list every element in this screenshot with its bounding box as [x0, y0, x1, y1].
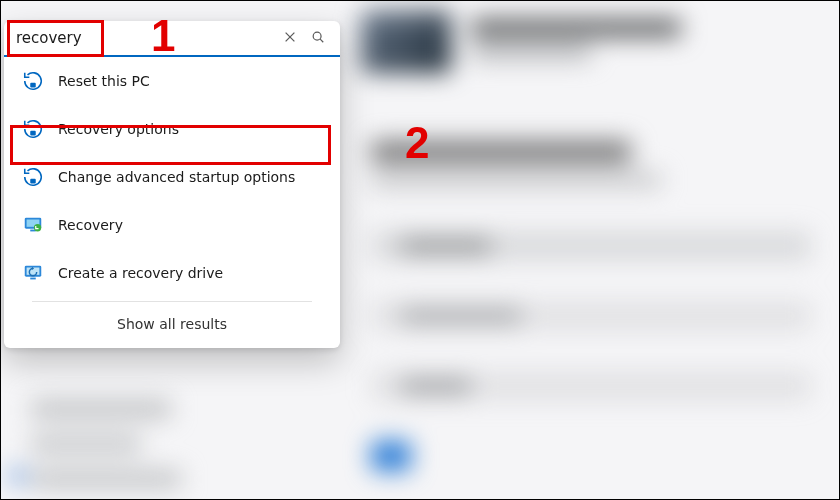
monitor-icon [22, 262, 44, 284]
search-results-flyout: Reset this PC Recovery options Change ad… [4, 21, 340, 348]
svg-rect-6 [30, 179, 36, 184]
monitor-icon [22, 214, 44, 236]
result-reset-this-pc[interactable]: Reset this PC [4, 57, 340, 105]
search-button[interactable] [304, 24, 332, 52]
result-recovery-options[interactable]: Recovery options [4, 105, 340, 153]
result-label: Create a recovery drive [58, 265, 223, 281]
svg-rect-4 [30, 83, 36, 88]
result-label: Recovery options [58, 121, 179, 137]
svg-rect-5 [30, 131, 36, 136]
result-label: Recovery [58, 217, 123, 233]
result-recovery-cpl[interactable]: Recovery [4, 201, 340, 249]
reset-icon [22, 118, 44, 140]
clear-search-button[interactable] [276, 24, 304, 52]
result-change-advanced-startup[interactable]: Change advanced startup options [4, 153, 340, 201]
svg-point-10 [34, 224, 41, 231]
result-create-recovery-drive[interactable]: Create a recovery drive [4, 249, 340, 297]
search-input[interactable] [16, 29, 276, 47]
result-label: Change advanced startup options [58, 169, 295, 185]
svg-line-3 [320, 39, 323, 42]
reset-icon [22, 70, 44, 92]
close-icon [283, 29, 297, 48]
svg-rect-13 [30, 278, 36, 280]
result-label: Reset this PC [58, 73, 150, 89]
show-all-results[interactable]: Show all results [4, 302, 340, 342]
svg-point-2 [313, 32, 321, 40]
search-bar [4, 21, 340, 57]
search-icon [311, 29, 325, 48]
reset-icon [22, 166, 44, 188]
